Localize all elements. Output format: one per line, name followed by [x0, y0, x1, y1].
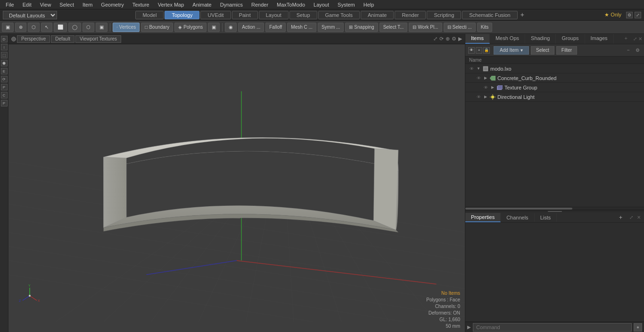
items-select-button[interactable]: Select [531, 46, 554, 55]
tree-eye-concrete-curb[interactable]: 👁 [475, 75, 482, 81]
left-tool-6[interactable]: ⟳ [1, 76, 8, 82]
toolbar-cube-btn[interactable]: ▣ [208, 23, 220, 32]
menu-file[interactable]: File [2, 1, 18, 8]
tab-game-tools[interactable]: Game Tools [318, 11, 360, 19]
toolbar-symm-btn[interactable]: Symm ... [318, 23, 344, 32]
command-arrow-icon[interactable]: ▶ [467, 324, 471, 330]
toolbar-world-btn[interactable]: ⊕ [15, 23, 26, 32]
toolbar-mesh-c-btn[interactable]: Mesh C ... [287, 23, 316, 32]
tree-eye-directional-light[interactable]: 👁 [475, 94, 482, 100]
tab-paint[interactable]: Paint [232, 11, 258, 19]
tab-channels[interactable]: Channels [501, 213, 534, 222]
toolbar-toggle-btn[interactable]: ▣ [2, 23, 14, 32]
viewport-default-btn[interactable]: Default [51, 35, 74, 43]
left-tool-1[interactable]: D [1, 36, 8, 42]
viewport-zoom-icon[interactable]: ⊕ [446, 36, 450, 42]
menu-maxtomodo[interactable]: MaxToModo [273, 1, 309, 8]
tab-layout[interactable]: Layout [259, 11, 289, 19]
toolbar-polygons-btn[interactable]: ◈ Polygons [174, 23, 206, 32]
left-tool-8[interactable]: C [1, 92, 8, 98]
tab-shading[interactable]: Shading [525, 34, 556, 44]
toolbar-boundary-btn[interactable]: □ Boundary [141, 23, 173, 32]
viewport[interactable]: Perspective Default Viewport Textures ⤢ … [8, 34, 465, 332]
left-tool-7[interactable]: P [1, 84, 8, 90]
command-run-button[interactable]: ● [634, 323, 642, 332]
toolbar-polygon-btn[interactable]: ⬡ [28, 23, 40, 32]
tree-expand-modo-lxo[interactable]: ▼ [476, 66, 481, 71]
tab-topology[interactable]: Topology [165, 11, 199, 19]
menu-geometry[interactable]: Geometry [97, 1, 127, 8]
viewport-textures-btn[interactable]: Viewport Textures [75, 35, 121, 43]
items-tree[interactable]: 👁 ▼ modo.lxo 👁 ▶ [465, 64, 644, 207]
menu-help[interactable]: Help [360, 1, 378, 8]
menu-layout[interactable]: Layout [310, 1, 333, 8]
menu-vertex-map[interactable]: Vertex Map [154, 1, 188, 8]
toolbar-item-btn[interactable]: ⬜ [54, 23, 67, 32]
tab-scripting[interactable]: Scripting [427, 11, 461, 19]
toolbar-work-plane-btn[interactable]: ⊟ Work Pl... [409, 23, 442, 32]
tab-properties[interactable]: Properties [465, 213, 501, 222]
menu-system[interactable]: System [334, 1, 359, 8]
tree-row-modo-lxo[interactable]: 👁 ▼ modo.lxo [465, 64, 644, 73]
layout-settings-icon[interactable]: ⚙ [626, 12, 633, 18]
viewport-move-icon[interactable]: ⤢ [433, 36, 438, 42]
left-tool-5[interactable]: E [1, 68, 8, 74]
toolbar-action-icon-btn[interactable]: ◉ [225, 23, 237, 32]
tab-uvedit[interactable]: UVEdit [200, 11, 231, 19]
viewport-expand-icon[interactable]: ▶ [458, 36, 462, 42]
toolbar-select-btn[interactable]: ↖ [41, 23, 52, 32]
tree-eye-texture-group[interactable]: 👁 [482, 84, 489, 91]
left-tool-4[interactable]: ⬢ [1, 60, 8, 66]
toolbar-mesh-btn[interactable]: ▣ [96, 23, 107, 32]
items-add-icon[interactable]: + [476, 47, 482, 54]
left-tool-3[interactable]: ⬚ [1, 52, 8, 58]
tab-render[interactable]: Render [395, 11, 426, 19]
props-close-icon[interactable]: ✕ [636, 214, 642, 221]
layout-expand-icon[interactable]: ⤢ [635, 12, 641, 18]
menu-dynamics[interactable]: Dynamics [216, 1, 247, 8]
toolbar-kits-btn[interactable]: Kits [477, 23, 493, 32]
tab-setup[interactable]: Setup [289, 11, 317, 19]
tab-groups[interactable]: Groups [556, 34, 585, 44]
items-toolbar-settings-icon[interactable]: ⚙ [634, 47, 641, 54]
tree-eye-modo-lxo[interactable]: 👁 [468, 65, 475, 72]
tab-mesh-ops[interactable]: Mesh Ops [490, 34, 525, 44]
layout-selector[interactable]: Default Layouts [3, 11, 57, 19]
tab-schematic-fusion[interactable]: Schematic Fusion [462, 11, 517, 19]
tree-row-concrete-curb[interactable]: 👁 ▶ Concrete_Curb_Rounded [465, 73, 644, 83]
panel-add-tab-btn[interactable]: + [621, 34, 631, 44]
items-lock-icon[interactable]: 🔒 [483, 47, 490, 54]
tree-row-directional-light[interactable]: 👁 ▶ Directional Light [465, 92, 644, 102]
toolbar-falloff-btn[interactable]: Falloff [265, 23, 286, 32]
tab-items[interactable]: Items [465, 34, 490, 44]
tab-model[interactable]: Model [135, 11, 164, 19]
panel-close-icon[interactable]: ✕ [638, 36, 642, 41]
tree-expand-directional-light[interactable]: ▶ [483, 95, 488, 99]
items-visibility-icon[interactable]: 👁 [468, 47, 475, 54]
menu-select[interactable]: Select [56, 1, 78, 8]
viewport-canvas[interactable]: X Z Y [8, 44, 465, 322]
tab-images[interactable]: Images [585, 34, 614, 44]
viewport-settings-icon[interactable]: ⚙ [452, 36, 456, 42]
props-maximize-icon[interactable]: ⤢ [628, 214, 635, 221]
panel-maximize-icon[interactable]: ⤢ [633, 36, 637, 41]
left-tool-2[interactable]: ↕ [1, 44, 8, 50]
toolbar-snapping-btn[interactable]: ⊞ Snapping [345, 23, 378, 32]
toolbar-vertices-btn[interactable]: · Vertices [113, 23, 140, 32]
menu-texture[interactable]: Texture [129, 1, 153, 8]
items-filter-button[interactable]: Filter [556, 46, 577, 55]
tree-expand-concrete-curb[interactable]: ▶ [483, 76, 488, 81]
toolbar-selection-btn[interactable]: ⊟ Selecti ... [444, 23, 476, 32]
layout-add-tab-button[interactable]: + [519, 11, 526, 19]
toolbar-select-tool-btn[interactable]: Select T... [380, 23, 408, 32]
toolbar-action-btn[interactable]: Action ... [238, 23, 264, 32]
menu-item[interactable]: Item [79, 1, 96, 8]
add-item-button[interactable]: Add Item ▾ [494, 46, 529, 55]
menu-animate[interactable]: Animate [189, 1, 215, 8]
props-add-tab-btn[interactable]: + [615, 213, 626, 222]
toolbar-hex-btn[interactable]: ⬡ [83, 23, 94, 32]
toolbar-circle-btn[interactable]: ◯ [68, 23, 81, 32]
tab-animate[interactable]: Animate [361, 11, 394, 19]
menu-view[interactable]: View [36, 1, 55, 8]
viewport-refresh-icon[interactable]: ⟳ [439, 36, 444, 42]
